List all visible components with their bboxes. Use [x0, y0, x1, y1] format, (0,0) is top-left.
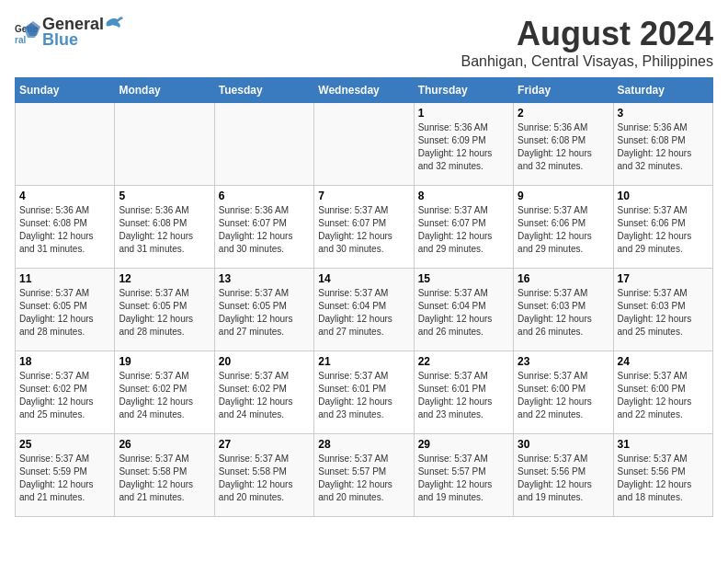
- day-info: Sunrise: 5:37 AM Sunset: 6:06 PM Dayligh…: [618, 204, 709, 256]
- calendar-week-row: 18Sunrise: 5:37 AM Sunset: 6:02 PM Dayli…: [16, 351, 713, 434]
- day-info: Sunrise: 5:37 AM Sunset: 5:56 PM Dayligh…: [618, 453, 709, 504]
- day-info: Sunrise: 5:36 AM Sunset: 6:09 PM Dayligh…: [418, 121, 509, 173]
- calendar-cell: 30Sunrise: 5:37 AM Sunset: 5:56 PM Dayli…: [514, 434, 613, 517]
- calendar-cell: 18Sunrise: 5:37 AM Sunset: 6:02 PM Dayli…: [16, 351, 115, 434]
- day-number: 15: [418, 272, 509, 285]
- calendar-cell: 15Sunrise: 5:37 AM Sunset: 6:04 PM Dayli…: [414, 269, 513, 351]
- day-number: 9: [518, 190, 609, 202]
- calendar-cell: 17Sunrise: 5:37 AM Sunset: 6:03 PM Dayli…: [613, 269, 712, 351]
- calendar-cell: 24Sunrise: 5:37 AM Sunset: 6:00 PM Dayli…: [613, 351, 712, 434]
- day-info: Sunrise: 5:36 AM Sunset: 6:07 PM Dayligh…: [219, 204, 310, 256]
- calendar-cell: 19Sunrise: 5:37 AM Sunset: 6:02 PM Dayli…: [115, 351, 214, 434]
- day-header-monday: Monday: [115, 78, 214, 103]
- svg-text:ral: ral: [15, 35, 26, 45]
- day-number: 4: [19, 190, 110, 202]
- calendar-cell: 10Sunrise: 5:37 AM Sunset: 6:06 PM Dayli…: [613, 186, 712, 269]
- calendar-week-row: 25Sunrise: 5:37 AM Sunset: 5:59 PM Dayli…: [16, 434, 713, 517]
- calendar-cell: 9Sunrise: 5:37 AM Sunset: 6:06 PM Daylig…: [514, 186, 613, 269]
- calendar-week-row: 1Sunrise: 5:36 AM Sunset: 6:09 PM Daylig…: [16, 103, 713, 186]
- day-number: 23: [518, 355, 609, 368]
- calendar-cell: 2Sunrise: 5:36 AM Sunset: 6:08 PM Daylig…: [514, 103, 613, 186]
- title-block: August 2024 Banhigan, Central Visayas, P…: [461, 15, 713, 70]
- day-info: Sunrise: 5:37 AM Sunset: 6:05 PM Dayligh…: [19, 287, 110, 339]
- day-info: Sunrise: 5:36 AM Sunset: 6:08 PM Dayligh…: [518, 121, 609, 173]
- day-header-tuesday: Tuesday: [214, 78, 313, 103]
- calendar-week-row: 4Sunrise: 5:36 AM Sunset: 6:08 PM Daylig…: [16, 186, 713, 269]
- calendar-cell: 16Sunrise: 5:37 AM Sunset: 6:03 PM Dayli…: [514, 269, 613, 351]
- day-number: 5: [119, 190, 210, 202]
- day-info: Sunrise: 5:36 AM Sunset: 6:08 PM Dayligh…: [618, 121, 709, 173]
- day-info: Sunrise: 5:37 AM Sunset: 6:07 PM Dayligh…: [318, 204, 409, 256]
- calendar-cell: 8Sunrise: 5:37 AM Sunset: 6:07 PM Daylig…: [414, 186, 513, 269]
- calendar-cell: 28Sunrise: 5:37 AM Sunset: 5:57 PM Dayli…: [314, 434, 414, 517]
- calendar-cell: 12Sunrise: 5:37 AM Sunset: 6:05 PM Dayli…: [115, 269, 214, 351]
- day-info: Sunrise: 5:37 AM Sunset: 6:04 PM Dayligh…: [318, 287, 409, 339]
- day-number: 16: [518, 272, 609, 285]
- day-info: Sunrise: 5:37 AM Sunset: 6:01 PM Dayligh…: [318, 370, 409, 421]
- calendar-cell: 22Sunrise: 5:37 AM Sunset: 6:01 PM Dayli…: [414, 351, 513, 434]
- day-info: Sunrise: 5:37 AM Sunset: 6:07 PM Dayligh…: [418, 204, 509, 256]
- day-header-wednesday: Wednesday: [314, 78, 414, 103]
- day-number: 10: [618, 190, 709, 202]
- day-info: Sunrise: 5:37 AM Sunset: 6:02 PM Dayligh…: [19, 370, 110, 421]
- calendar-cell: [214, 103, 313, 186]
- day-info: Sunrise: 5:37 AM Sunset: 5:57 PM Dayligh…: [418, 453, 509, 504]
- day-info: Sunrise: 5:36 AM Sunset: 6:08 PM Dayligh…: [119, 204, 210, 256]
- calendar-cell: 23Sunrise: 5:37 AM Sunset: 6:00 PM Dayli…: [514, 351, 613, 434]
- calendar-week-row: 11Sunrise: 5:37 AM Sunset: 6:05 PM Dayli…: [16, 269, 713, 351]
- day-info: Sunrise: 5:36 AM Sunset: 6:08 PM Dayligh…: [19, 204, 110, 256]
- calendar-cell: 6Sunrise: 5:36 AM Sunset: 6:07 PM Daylig…: [214, 186, 313, 269]
- day-number: 30: [518, 438, 609, 451]
- subtitle: Banhigan, Central Visayas, Philippines: [461, 53, 713, 70]
- day-number: 28: [318, 438, 409, 451]
- day-info: Sunrise: 5:37 AM Sunset: 6:00 PM Dayligh…: [518, 370, 609, 421]
- day-info: Sunrise: 5:37 AM Sunset: 5:58 PM Dayligh…: [219, 453, 310, 504]
- day-number: 13: [219, 272, 310, 285]
- calendar-cell: 1Sunrise: 5:36 AM Sunset: 6:09 PM Daylig…: [414, 103, 513, 186]
- calendar-cell: 20Sunrise: 5:37 AM Sunset: 6:02 PM Dayli…: [214, 351, 313, 434]
- day-number: 26: [119, 438, 210, 451]
- day-info: Sunrise: 5:37 AM Sunset: 6:05 PM Dayligh…: [119, 287, 210, 339]
- day-number: 25: [19, 438, 110, 451]
- day-info: Sunrise: 5:37 AM Sunset: 6:01 PM Dayligh…: [418, 370, 509, 421]
- day-number: 17: [618, 272, 709, 285]
- calendar-cell: [115, 103, 214, 186]
- main-title: August 2024: [461, 15, 713, 53]
- day-info: Sunrise: 5:37 AM Sunset: 6:02 PM Dayligh…: [119, 370, 210, 421]
- calendar-cell: 11Sunrise: 5:37 AM Sunset: 6:05 PM Dayli…: [16, 269, 115, 351]
- day-number: 18: [19, 355, 110, 368]
- calendar-cell: 25Sunrise: 5:37 AM Sunset: 5:59 PM Dayli…: [16, 434, 115, 517]
- day-number: 24: [618, 355, 709, 368]
- day-number: 19: [119, 355, 210, 368]
- day-info: Sunrise: 5:37 AM Sunset: 6:00 PM Dayligh…: [618, 370, 709, 421]
- day-info: Sunrise: 5:37 AM Sunset: 6:04 PM Dayligh…: [418, 287, 509, 339]
- day-number: 22: [418, 355, 509, 368]
- day-number: 1: [418, 107, 509, 120]
- day-number: 6: [219, 190, 310, 202]
- day-number: 21: [318, 355, 409, 368]
- calendar-cell: 13Sunrise: 5:37 AM Sunset: 6:05 PM Dayli…: [214, 269, 313, 351]
- calendar-cell: [314, 103, 414, 186]
- calendar-cell: 29Sunrise: 5:37 AM Sunset: 5:57 PM Dayli…: [414, 434, 513, 517]
- day-number: 7: [318, 190, 409, 202]
- day-info: Sunrise: 5:37 AM Sunset: 6:03 PM Dayligh…: [518, 287, 609, 339]
- day-number: 20: [219, 355, 310, 368]
- day-number: 14: [318, 272, 409, 285]
- day-number: 2: [518, 107, 609, 120]
- day-number: 27: [219, 438, 310, 451]
- calendar-cell: 4Sunrise: 5:36 AM Sunset: 6:08 PM Daylig…: [16, 186, 115, 269]
- calendar-cell: 31Sunrise: 5:37 AM Sunset: 5:56 PM Dayli…: [613, 434, 712, 517]
- calendar-cell: 14Sunrise: 5:37 AM Sunset: 6:04 PM Dayli…: [314, 269, 414, 351]
- calendar-cell: 3Sunrise: 5:36 AM Sunset: 6:08 PM Daylig…: [613, 103, 712, 186]
- logo-bird-icon: [105, 15, 123, 29]
- day-info: Sunrise: 5:37 AM Sunset: 5:57 PM Dayligh…: [318, 453, 409, 504]
- day-info: Sunrise: 5:37 AM Sunset: 5:58 PM Dayligh…: [119, 453, 210, 504]
- day-info: Sunrise: 5:37 AM Sunset: 5:59 PM Dayligh…: [19, 453, 110, 504]
- day-number: 12: [119, 272, 210, 285]
- day-info: Sunrise: 5:37 AM Sunset: 5:56 PM Dayligh…: [518, 453, 609, 504]
- calendar-cell: [16, 103, 115, 186]
- calendar-cell: 26Sunrise: 5:37 AM Sunset: 5:58 PM Dayli…: [115, 434, 214, 517]
- calendar-header-row: SundayMondayTuesdayWednesdayThursdayFrid…: [16, 78, 713, 103]
- day-header-saturday: Saturday: [613, 78, 712, 103]
- day-info: Sunrise: 5:37 AM Sunset: 6:06 PM Dayligh…: [518, 204, 609, 256]
